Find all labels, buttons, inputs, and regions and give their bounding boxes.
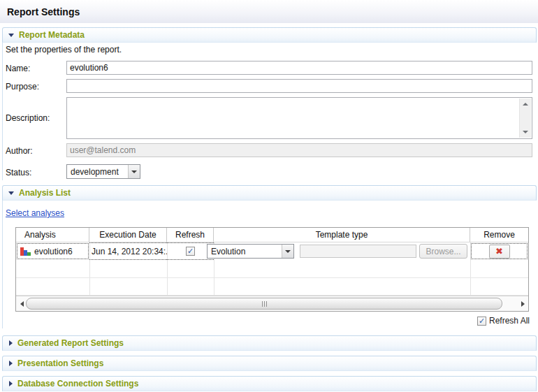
expand-arrow-icon[interactable] [9,381,13,386]
scroll-up-icon[interactable] [520,99,531,110]
refresh-all-label: Refresh All [489,316,530,326]
author-input [66,143,532,157]
description-vertical-scrollbar[interactable] [519,99,531,138]
expand-arrow-icon[interactable] [9,340,13,346]
analysis-table: Analysis Execution Date Refresh Template… [15,227,529,312]
section-left-border [2,43,3,180]
template-type-combobox[interactable]: Evolution [207,244,294,259]
column-header-template-type[interactable]: Template type [214,228,470,242]
refresh-all-control: ✓ Refresh All [477,316,530,326]
description-textarea[interactable] [66,97,532,139]
scroll-down-icon[interactable] [520,126,531,138]
remove-x-icon[interactable]: ✖ [489,245,510,259]
description-label: Description: [6,113,50,123]
section-header-analysis-list[interactable]: Analysis List [2,185,537,201]
section-header-database-connection-settings[interactable]: Database Connection Settings [2,376,537,391]
expand-arrow-icon[interactable] [9,361,13,366]
scrollbar-thumb[interactable] [26,298,502,310]
column-header-analysis[interactable]: Analysis [16,228,89,242]
section-left-border [2,201,3,328]
name-input[interactable] [66,61,532,75]
grid-line [16,277,528,278]
section-header-report-metadata[interactable]: Report Metadata [2,27,537,43]
scroll-right-icon[interactable] [517,296,528,312]
table-row-execution-date-cell[interactable]: Jun 14, 2012 20:34:... [89,242,167,260]
dropdown-arrow-icon[interactable] [128,165,140,178]
bar-chart-icon [20,247,31,256]
dropdown-arrow-icon[interactable] [282,245,293,258]
author-label: Author: [6,146,33,156]
section-header-presentation-settings[interactable]: Presentation Settings [2,356,537,371]
column-header-refresh[interactable]: Refresh [167,228,214,242]
collapse-arrow-icon[interactable] [8,34,14,37]
collapse-arrow-icon[interactable] [8,191,14,195]
table-row-analysis-cell[interactable]: evolution6 [16,242,89,260]
purpose-label: Purpose: [6,82,39,92]
section-title-database-connection-settings: Database Connection Settings [17,379,138,389]
page-header: Report Settings [0,0,538,23]
section-header-generated-report-settings[interactable]: Generated Report Settings [2,335,537,351]
browse-button: Browse... [419,244,467,259]
select-analyses-link[interactable]: Select analyses [6,208,64,218]
column-header-execution-date[interactable]: Execution Date [89,228,167,242]
section-description: Set the properties of the report. [6,45,122,55]
section-title-analysis-list: Analysis List [19,188,71,198]
status-value: development [67,167,128,177]
table-horizontal-scrollbar[interactable] [16,296,528,311]
template-path-input[interactable] [300,245,416,258]
status-combobox[interactable]: development [66,164,140,179]
analysis-name: evolution6 [34,247,73,256]
refresh-checkbox[interactable]: ✓ [186,247,195,256]
refresh-all-checkbox[interactable]: ✓ [477,317,486,326]
column-header-remove[interactable]: Remove [470,228,528,242]
purpose-input[interactable] [66,79,532,93]
section-title-presentation-settings: Presentation Settings [17,358,103,368]
table-row-remove-cell[interactable]: ✖ [470,242,528,260]
name-label: Name: [6,64,30,73]
status-label: Status: [6,168,31,177]
section-title-generated-report-settings: Generated Report Settings [17,338,124,348]
section-title-report-metadata: Report Metadata [19,30,85,40]
template-type-value: Evolution [208,247,282,256]
page-title: Report Settings [7,6,80,17]
report-settings-editor: Report Settings Report Metadata Set the … [0,0,538,392]
